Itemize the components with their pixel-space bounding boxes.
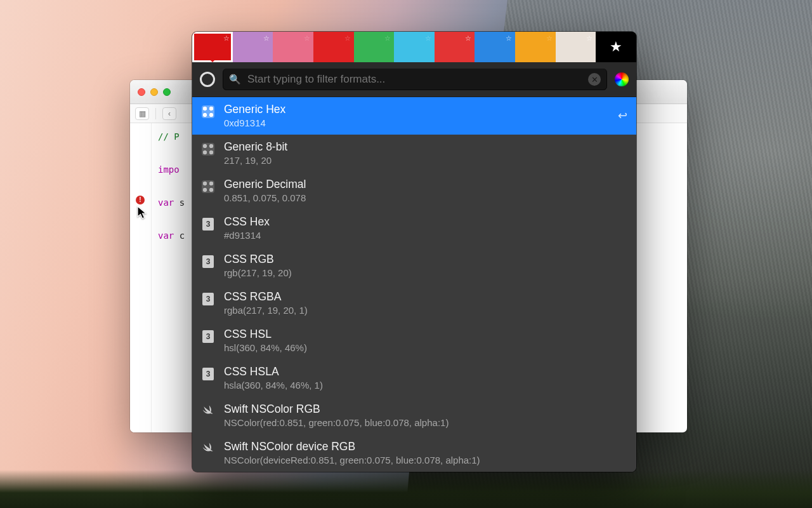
code-var-keyword: var bbox=[158, 231, 180, 241]
wallpaper-trees bbox=[0, 470, 812, 508]
format-text: CSS HSLAhsla(360, 84%, 46%, 1) bbox=[224, 365, 627, 391]
format-item[interactable]: Swift NSColor device RGBNSColor(deviceRe… bbox=[192, 434, 636, 472]
format-text: Swift NSColor device RGBNSColor(deviceRe… bbox=[224, 440, 627, 465]
search-input[interactable] bbox=[247, 73, 582, 86]
code-text: s bbox=[180, 197, 185, 208]
favorite-star-icon: ☆ bbox=[384, 34, 391, 43]
css-format-icon: 3 bbox=[201, 217, 215, 231]
format-item[interactable]: Generic Hex0xd91314↩ bbox=[192, 97, 636, 135]
format-text: CSS RGBrgb(217, 19, 20) bbox=[224, 253, 627, 278]
code-import-keyword: impo bbox=[158, 164, 180, 175]
swift-format-icon bbox=[201, 404, 215, 418]
swift-format-icon bbox=[201, 442, 215, 456]
format-item[interactable]: 3CSS RGBArgba(217, 19, 20, 1) bbox=[192, 284, 636, 322]
format-item[interactable]: 3CSS HSLAhsla(360, 84%, 46%, 1) bbox=[192, 359, 636, 397]
nav-back-button[interactable]: ‹ bbox=[162, 107, 176, 120]
format-item[interactable]: Generic Decimal0.851, 0.075, 0.078 bbox=[192, 172, 636, 210]
swatch-4[interactable]: ☆ bbox=[354, 32, 395, 62]
swatch-3[interactable]: ☆ bbox=[313, 32, 354, 62]
format-value: rgb(217, 19, 20) bbox=[224, 267, 627, 278]
format-text: Swift NSColor RGBNSColor(red:0.851, gree… bbox=[224, 403, 627, 428]
code-text: c bbox=[180, 231, 185, 241]
format-name: CSS HSLA bbox=[224, 365, 627, 378]
favorite-star-icon: ☆ bbox=[506, 34, 512, 43]
search-icon: 🔍 bbox=[229, 74, 241, 85]
format-item[interactable]: Swift NSColor RGBNSColor(red:0.851, gree… bbox=[192, 397, 636, 434]
format-text: CSS RGBArgba(217, 19, 20, 1) bbox=[224, 290, 627, 316]
star-icon: ★ bbox=[610, 39, 622, 55]
format-value: 0.851, 0.075, 0.078 bbox=[224, 192, 627, 203]
generic-format-icon bbox=[201, 180, 215, 194]
format-value: NSColor(deviceRed:0.851, green:0.075, bl… bbox=[224, 455, 627, 465]
format-item[interactable]: 3CSS HSLhsl(360, 84%, 46%) bbox=[192, 322, 636, 359]
format-name: CSS RGBA bbox=[224, 290, 627, 304]
close-icon: ✕ bbox=[591, 75, 598, 84]
window-traffic-lights bbox=[138, 88, 171, 96]
format-name: Generic Hex bbox=[224, 103, 609, 116]
search-box[interactable]: 🔍 ✕ bbox=[223, 69, 607, 90]
format-name: Swift NSColor RGB bbox=[224, 403, 627, 416]
format-name: Generic 8-bit bbox=[224, 140, 627, 154]
format-value: hsl(360, 84%, 46%) bbox=[224, 342, 627, 353]
close-button[interactable] bbox=[138, 88, 145, 96]
format-list[interactable]: Generic Hex0xd91314↩Generic 8-bit217, 19… bbox=[192, 97, 636, 472]
favorite-star-icon: ☆ bbox=[425, 34, 431, 43]
format-text: CSS Hex#d91314 bbox=[224, 215, 627, 241]
format-item[interactable]: Generic 8-bit217, 19, 20 bbox=[192, 135, 636, 172]
eyedropper-loupe-icon[interactable] bbox=[200, 72, 215, 87]
format-text: CSS HSLhsl(360, 84%, 46%) bbox=[224, 328, 627, 353]
format-value: hsla(360, 84%, 46%, 1) bbox=[224, 380, 627, 391]
format-text: Generic Decimal0.851, 0.075, 0.078 bbox=[224, 178, 627, 203]
swatch-7[interactable]: ☆ bbox=[475, 32, 515, 62]
generic-format-icon bbox=[201, 142, 215, 156]
editor-gutter[interactable]: ! bbox=[130, 123, 152, 432]
format-text: Generic Hex0xd91314 bbox=[224, 103, 609, 128]
css-format-icon: 3 bbox=[201, 367, 215, 381]
return-key-icon: ↩ bbox=[618, 109, 627, 123]
favorite-star-icon: ☆ bbox=[263, 34, 270, 43]
swatch-2[interactable]: ☆ bbox=[273, 32, 313, 62]
favorite-star-icon: ☆ bbox=[465, 34, 471, 43]
format-value: rgba(217, 19, 20, 1) bbox=[224, 305, 627, 316]
desktop-background: ▦ ‹ ! // P impo var s var c ☆☆☆☆☆☆☆☆☆☆★ … bbox=[0, 0, 812, 508]
format-item[interactable]: 3CSS Hex#d91314 bbox=[192, 210, 636, 247]
favorite-star-icon: ☆ bbox=[546, 34, 553, 43]
swatch-9[interactable]: ☆ bbox=[556, 32, 596, 62]
grid-icon: ▦ bbox=[139, 109, 146, 118]
code-comment: // P bbox=[158, 131, 180, 142]
format-item[interactable]: 3CSS RGBrgb(217, 19, 20) bbox=[192, 247, 636, 284]
format-value: 0xd91314 bbox=[224, 117, 609, 128]
format-value: NSColor(red:0.851, green:0.075, blue:0.0… bbox=[224, 417, 627, 428]
swatch-8[interactable]: ☆ bbox=[515, 32, 556, 62]
css-format-icon: 3 bbox=[201, 292, 215, 306]
format-name: CSS HSL bbox=[224, 328, 627, 341]
chevron-left-icon: ‹ bbox=[168, 109, 171, 118]
color-wheel-button[interactable] bbox=[615, 72, 629, 86]
clear-search-button[interactable]: ✕ bbox=[588, 73, 601, 86]
zoom-button[interactable] bbox=[163, 88, 171, 96]
format-value: 217, 19, 20 bbox=[224, 155, 627, 166]
color-picker-popover: ☆☆☆☆☆☆☆☆☆☆★ 🔍 ✕ Generic Hex0xd91314↩Gene… bbox=[192, 32, 636, 472]
error-badge-icon[interactable]: ! bbox=[136, 196, 145, 204]
favorite-star-icon: ☆ bbox=[223, 34, 230, 43]
swatch-0[interactable]: ☆ bbox=[192, 32, 233, 62]
code-var-keyword: var bbox=[158, 197, 180, 208]
minimize-button[interactable] bbox=[150, 88, 158, 96]
swatch-1[interactable]: ☆ bbox=[233, 32, 273, 62]
search-row: 🔍 ✕ bbox=[192, 62, 636, 97]
mouse-cursor-icon bbox=[137, 206, 148, 220]
favorites-tab[interactable]: ★ bbox=[596, 32, 636, 62]
swatch-5[interactable]: ☆ bbox=[394, 32, 435, 62]
related-items-button[interactable]: ▦ bbox=[135, 107, 149, 120]
css-format-icon: 3 bbox=[201, 255, 215, 269]
format-name: CSS RGB bbox=[224, 253, 627, 266]
favorite-star-icon: ☆ bbox=[344, 34, 351, 43]
swatch-row: ☆☆☆☆☆☆☆☆☆☆★ bbox=[192, 32, 636, 62]
favorite-star-icon: ☆ bbox=[586, 34, 593, 43]
toolbar-separator bbox=[155, 108, 156, 119]
favorite-star-icon: ☆ bbox=[304, 34, 310, 43]
format-name: CSS Hex bbox=[224, 215, 627, 229]
swatch-6[interactable]: ☆ bbox=[435, 32, 475, 62]
css-format-icon: 3 bbox=[201, 330, 215, 344]
format-name: Generic Decimal bbox=[224, 178, 627, 191]
